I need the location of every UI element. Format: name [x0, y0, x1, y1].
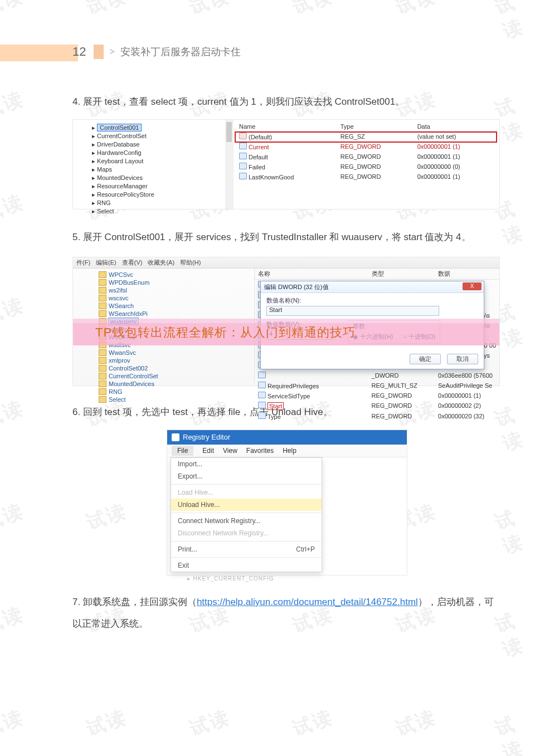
menu-item[interactable]: 查看(V) — [122, 259, 143, 266]
folder-icon — [99, 295, 106, 301]
tree-item[interactable]: WSearch — [99, 302, 252, 310]
file-dropdown: Import...Export...Load Hive...Unload Hiv… — [171, 457, 322, 572]
table-row[interactable]: LastKnownGoodREG_DWORD0x00000001 (1) — [237, 172, 496, 182]
table-row[interactable]: CurrentREG_DWORD0x00000001 (1) — [237, 142, 496, 152]
col-data[interactable]: 数据 — [435, 269, 499, 280]
tree-item[interactable]: ▸ ResourceManager — [89, 182, 231, 191]
folder-icon — [99, 271, 106, 278]
input-value-name[interactable]: Start — [266, 306, 439, 316]
menu-row[interactable]: Print...Ctrl+P — [171, 543, 322, 555]
menu-item[interactable]: Help — [283, 447, 296, 455]
menu-separator — [171, 541, 322, 542]
value-icon — [258, 412, 266, 419]
folder-icon — [99, 357, 106, 364]
folder-icon — [99, 349, 106, 356]
tree-item[interactable]: ▸ CurrentControlSet — [89, 132, 231, 140]
fig3-titlebar: Registry Editor — [167, 430, 407, 445]
fig2-menubar[interactable]: 件(F)编辑(E)查看(V)收藏夹(A)帮助(H) — [73, 257, 499, 269]
tree-item[interactable]: WwanSvc — [99, 349, 252, 357]
figure-3-regedit-file-menu: Registry Editor FileEditViewFavoritesHel… — [167, 430, 407, 575]
tree-item[interactable]: CurrentControlSet — [99, 372, 252, 380]
regedit-icon — [172, 433, 179, 441]
page-header: 12 > 安装补丁后服务器启动卡住 — [72, 45, 502, 59]
folder-icon — [99, 303, 106, 309]
value-icon — [258, 392, 266, 398]
table-row[interactable]: RequiredPrivilegesREG_MULTI_SZSeAuditPri… — [255, 381, 499, 391]
page-number: 12 — [72, 45, 86, 59]
cancel-button[interactable]: 取消 — [447, 354, 478, 364]
tree-item[interactable]: ▸ Select — [89, 207, 231, 216]
menu-row[interactable]: Export... — [171, 470, 322, 482]
table-row[interactable]: TypeREG_DWORD0x00000020 (32) — [255, 411, 499, 421]
col-name[interactable]: Name — [237, 122, 338, 131]
string-icon — [239, 133, 247, 139]
tree-item[interactable]: ▸ HardwareConfig — [89, 149, 231, 157]
step-7-text: 7. 卸载系统盘，挂回源实例（https://help.aliyun.com/d… — [72, 591, 502, 635]
col-type[interactable]: 类型 — [368, 269, 435, 280]
fig1-tree: ▸ ControlSet001▸ CurrentControlSet▸ Driv… — [73, 120, 234, 209]
menu-item[interactable]: File — [172, 446, 193, 456]
arrow-icon — [94, 45, 104, 59]
table-row[interactable]: (Default)REG_SZ(value not set) — [237, 131, 496, 142]
folder-icon — [99, 381, 106, 387]
tree-item[interactable]: ws2ifsl — [99, 286, 252, 294]
table-row[interactable]: _DWORD0x036ee800 (57600 — [255, 370, 499, 381]
tree-item[interactable]: wscsvc — [99, 294, 252, 302]
value-icon — [258, 402, 266, 408]
fig1-grid: Name Type Data (Default)REG_SZ(value not… — [234, 120, 499, 209]
menu-item[interactable]: 帮助(H) — [180, 259, 201, 266]
tree-item[interactable]: MountedDevices — [99, 380, 252, 388]
dword-icon — [239, 153, 247, 159]
tree-item[interactable]: xmlprov — [99, 357, 252, 364]
menu-item[interactable]: View — [223, 447, 237, 455]
folder-icon — [99, 365, 106, 372]
menu-row[interactable]: Connect Network Registry... — [171, 515, 322, 527]
tree-item[interactable]: ▸ Maps — [89, 165, 231, 174]
table-row[interactable]: StartREG_DWORD0x00000002 (2) — [255, 401, 499, 411]
folder-icon — [99, 287, 106, 294]
menu-item[interactable]: Favorites — [246, 447, 274, 455]
tree-item[interactable]: ▸ DriverDatabase — [89, 140, 231, 149]
tree-item[interactable]: ControlSet002 — [99, 364, 252, 372]
tree-item[interactable]: RNG — [99, 388, 252, 396]
overlay-text: TP钱包转出流程全解析：从入门到精通的技巧 — [95, 324, 356, 341]
ok-button[interactable]: 确定 — [410, 354, 441, 364]
table-row[interactable]: FailedREG_DWORD0x00000000 (0) — [237, 162, 496, 172]
fig3-menubar[interactable]: FileEditViewFavoritesHelp — [167, 445, 407, 457]
table-row[interactable]: ServiceSidTypeREG_DWORD0x00000001 (1) — [255, 391, 499, 401]
tree-item[interactable]: Select — [99, 396, 252, 403]
value-icon — [258, 382, 266, 388]
tree-item[interactable]: WPCSvc — [99, 271, 252, 279]
menu-row[interactable]: Import... — [171, 458, 322, 470]
tree-item[interactable]: WPDBusEnum — [99, 279, 252, 286]
tree-item[interactable]: ▸ MountedDevices — [89, 174, 231, 182]
menu-item[interactable]: 收藏夹(A) — [148, 259, 174, 266]
overlay-banner: TP钱包转出流程全解析：从入门到精通的技巧 — [73, 319, 499, 349]
figure-1-regedit-select: ▸ ControlSet001▸ CurrentControlSet▸ Driv… — [72, 119, 500, 209]
col-name[interactable]: 名称 — [255, 269, 368, 280]
col-data[interactable]: Data — [415, 122, 496, 131]
tree-item[interactable]: ▸ Keyboard Layout — [89, 157, 231, 165]
tree-item[interactable]: ▸ RNG — [89, 199, 231, 207]
col-type[interactable]: Type — [338, 122, 415, 131]
value-icon — [258, 372, 266, 378]
menu-item[interactable]: 编辑(E) — [96, 259, 116, 266]
scrollbar[interactable]: ▴ — [225, 120, 233, 209]
menu-row[interactable]: Exit — [171, 559, 322, 572]
help-link[interactable]: https://help.aliyun.com/document_detail/… — [197, 597, 418, 607]
tree-item[interactable]: ▸ ControlSet001 — [89, 123, 231, 132]
dword-icon — [239, 173, 247, 179]
breadcrumb-arrow: > — [109, 47, 114, 57]
close-button[interactable]: X — [463, 282, 481, 290]
folder-icon — [99, 310, 106, 317]
tree-item[interactable]: ▸ ResourcePolicyStore — [89, 191, 231, 199]
dword-icon — [239, 143, 247, 149]
tree-item[interactable]: WSearchIdxPi — [99, 310, 252, 318]
menu-row: Load Hive... — [171, 486, 322, 499]
figure-2-regedit-services: 件(F)编辑(E)查看(V)收藏夹(A)帮助(H) WPCSvcWPDBusEn… — [72, 257, 500, 386]
step-5-text: 5. 展开 ControlSet001，展开 services，找到 Trust… — [72, 226, 502, 249]
menu-row[interactable]: Unload Hive... — [171, 499, 322, 511]
menu-item[interactable]: Edit — [202, 447, 214, 455]
menu-item[interactable]: 件(F) — [76, 259, 90, 266]
table-row[interactable]: DefaultREG_DWORD0x00000001 (1) — [237, 152, 496, 162]
